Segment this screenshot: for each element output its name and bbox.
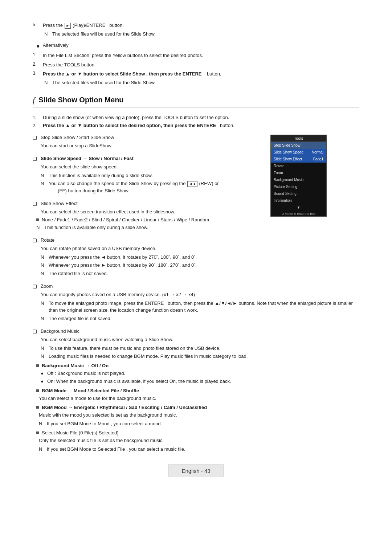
stop-slideshow-title-row: ❑ Stop Slide Show / Start Slide Show (33, 135, 359, 140)
section-heading: f Slide Show Option Menu (33, 95, 359, 107)
rotate-title: Rotate (41, 237, 54, 243)
section-stop-slideshow: ❑ Stop Slide Show / Start Slide Show You… (33, 135, 359, 150)
page-footer: English - 43 (0, 465, 392, 477)
bgm-off-on-title: Background Music → Off / On (42, 363, 109, 368)
stop-slideshow-desc: You can start or stop a SlideShow. (33, 142, 359, 150)
bgmusic-title-row: ❑ Background Music (33, 328, 359, 334)
select-music-title: Select Music File (0 File(s) Selected) (42, 430, 119, 435)
checkbox-icon-zoom: ❑ (33, 283, 41, 289)
select-music-note: N If you set BGM Mode to Selected File ,… (33, 446, 359, 453)
bgm-mode-title: BGM Mode → Mood / Selected File / Shuffl… (42, 388, 139, 393)
step-alt2: 2. Press the TOOLS button. (33, 61, 359, 69)
select-music-title-row: Select Music File (0 File(s) Selected) (33, 430, 359, 435)
speed-note-1: N This function is available only during… (33, 172, 359, 179)
bgmusic-title: Background Music (41, 328, 79, 334)
effect-desc: You can select the screen transition eff… (33, 208, 359, 216)
bgmusic-note-1: N To use this feature, there must be mus… (33, 345, 359, 352)
select-music-desc: Only the selected music file is set as t… (33, 437, 359, 444)
sq-bullet-1 (36, 218, 39, 221)
note-alt-text: The selected files will be used for the … (52, 80, 156, 85)
main-step-2: 2. Press the ▲ or ▼ button to select the… (33, 123, 359, 128)
bgmusic-note-2: N Loading music files is needed to chang… (33, 353, 359, 360)
step-alt1: 1. In the File List Section, press the Y… (33, 52, 359, 59)
footer-badge: English - 43 (168, 465, 224, 477)
speed-title: Slide Show Speed → Slow / Normal / Fast (41, 156, 134, 161)
sq-bullet-select-music (36, 431, 39, 434)
checkbox-icon-bgmusic: ❑ (33, 328, 41, 334)
step-alt3-num: 3. (33, 70, 43, 76)
rotate-note-3: N The rotated file is not saved. (33, 270, 359, 277)
bgm-mode-section: BGM Mode → Mood / Selected File / Shuffl… (33, 388, 359, 402)
zoom-note-2: N The enlarged file is not saved. (33, 315, 359, 322)
main-step-1: 1. During a slide show (or when viewing … (33, 115, 359, 120)
stop-slideshow-title: Stop Slide Show / Start Slide Show (41, 135, 114, 140)
speed-note-2: N You can also change the speed of the S… (33, 180, 359, 194)
step-alt2-num: 2. (33, 61, 43, 67)
note-n-label: N (44, 31, 52, 37)
bullet-dot: ● (36, 42, 43, 50)
step-5-num: 5. (33, 22, 43, 27)
section-rotate: ❑ Rotate You can rotate photos saved on … (33, 237, 359, 277)
zoom-title: Zoom (41, 283, 53, 289)
main-step-2-text: Press the ▲ or ▼ button to select the de… (43, 123, 234, 128)
step-alt3-text: Press the ▲ or ▼ button to select Slide … (43, 70, 221, 78)
sq-bullet-bgm-mood (36, 406, 39, 409)
zoom-note-1: N To move the enlarged photo image, pres… (33, 300, 359, 314)
step-alt3: 3. Press the ▲ or ▼ button to select Sli… (33, 70, 359, 78)
zoom-desc: You can magnify photos saved on a USB me… (33, 291, 359, 298)
bgm-off-on-section: Background Music → Off / On ● Off : Back… (33, 363, 359, 385)
checkbox-icon-rotate: ❑ (33, 237, 41, 243)
checkbox-icon-stop: ❑ (33, 135, 41, 140)
speed-desc: You can select the slide show speed. (33, 163, 359, 171)
step-alt2-text: Press the TOOLS button. (43, 61, 96, 69)
effect-sq-note-1: None / Fade1 / Fade2 / Blind / Spiral / … (33, 217, 359, 222)
bgm-off-on-title-row: Background Music → Off / On (33, 363, 359, 368)
speed-title-row: ❑ Slide Show Speed → Slow / Normal / Fas… (33, 156, 359, 161)
sq-bullet-bgm-off-on (36, 364, 39, 367)
bgm-off-bullet-2: ● On: When the background music is avail… (33, 378, 359, 385)
rotate-note-1: N Whenever you press the ◄ button, it ro… (33, 254, 359, 261)
bgm-mood-title: BGM Mood → Energetic / Rhythmical / Sad … (42, 405, 207, 410)
section-zoom: ❑ Zoom You can magnify photos saved on a… (33, 283, 359, 322)
bgm-mood-desc: Music with the mood you selected is set … (33, 412, 359, 419)
note-5: N The selected files will be used for th… (33, 31, 359, 37)
section-bgmusic: ❑ Background Music You can select backgr… (33, 328, 359, 453)
bgm-mood-note: N If you set BGM Mode to Mood , you can … (33, 420, 359, 428)
bgm-mood-title-row: BGM Mood → Energetic / Rhythmical / Sad … (33, 405, 359, 410)
bgm-mood-section: BGM Mood → Energetic / Rhythmical / Sad … (33, 405, 359, 427)
effect-note-1: N This function is available only during… (33, 224, 359, 231)
bgmusic-desc: You can select background music when wat… (33, 336, 359, 343)
step-alt1-num: 1. (33, 52, 43, 57)
rotate-note-2: N Whenever you press the ► button, it ro… (33, 262, 359, 269)
note-5-text: The selected files will be used for the … (52, 31, 156, 37)
main-steps: 1. During a slide show (or when viewing … (33, 115, 359, 128)
sections-container: Tools Stop Slide Show Slide Show SpeedNo… (33, 135, 359, 453)
zoom-title-row: ❑ Zoom (33, 283, 359, 289)
section-title: Slide Show Option Menu (38, 96, 123, 104)
f-icon: f (33, 95, 35, 105)
page-content: 5. Press the ► (Play)/ENTERE button. N T… (0, 0, 392, 488)
select-music-section: Select Music File (0 File(s) Selected) O… (33, 430, 359, 453)
bgm-off-bullet-1: ● Off : Background music is not played. (33, 370, 359, 377)
top-section: 5. Press the ► (Play)/ENTERE button. N T… (33, 22, 359, 85)
alternatively-label: Alternatively (43, 42, 69, 48)
bgm-mode-desc: You can select a mode to use for the bac… (33, 395, 359, 402)
effect-title: Slide Show Effect (41, 201, 78, 206)
step-alt1-text: In the File List Section, press the Yell… (43, 52, 203, 59)
sq-bullet-bgm-mode (36, 389, 39, 392)
rotate-title-row: ❑ Rotate (33, 237, 359, 243)
main-step-1-text: During a slide show (or when viewing a p… (43, 115, 229, 120)
step-5: 5. Press the ► (Play)/ENTERE button. (33, 22, 359, 29)
section-slideshow-speed: ❑ Slide Show Speed → Slow / Normal / Fas… (33, 156, 359, 194)
effect-title-row: ❑ Slide Show Effect (33, 201, 359, 206)
tools-item-speed: Slide Show SpeedNormal (271, 149, 326, 156)
step-5-text: Press the ► (Play)/ENTERE button. (43, 22, 124, 29)
checkbox-icon-effect: ❑ (33, 201, 41, 206)
section-slideshow-effect: ❑ Slide Show Effect You can select the s… (33, 201, 359, 231)
bgm-mode-title-row: BGM Mode → Mood / Selected File / Shuffl… (33, 388, 359, 393)
checkbox-icon-speed: ❑ (33, 156, 41, 161)
alternatively-item: ● Alternatively (33, 42, 359, 50)
rotate-desc: You can rotate photos saved on a USB mem… (33, 245, 359, 252)
note-alt: N The selected files will be used for th… (33, 80, 359, 85)
